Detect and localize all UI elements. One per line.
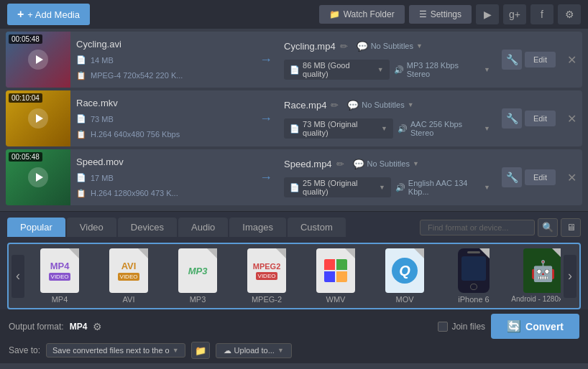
edit-button[interactable]: Edit — [525, 111, 556, 126]
subtitle-button[interactable]: 💬 No Subtitles ▼ — [349, 157, 423, 171]
plus-icon: + — [17, 8, 24, 21]
play-button[interactable] — [28, 108, 48, 129]
file-source-info: Speed.mov 📄 17 MB 📋 H.264 1280x960 473 K… — [70, 149, 254, 205]
subtitle-button[interactable]: 💬 No Subtitles ▼ — [352, 39, 427, 53]
upload-icon: ☁ — [224, 346, 231, 355]
join-files-label[interactable]: Join files — [438, 322, 485, 332]
more-button[interactable]: ⚙ — [558, 4, 581, 24]
format-item-mpeg2[interactable]: MPEG2 VIDEO MPEG-2 — [234, 248, 299, 304]
upload-button[interactable]: ☁ Upload to... ▼ — [216, 343, 292, 358]
wmv-icon — [313, 248, 358, 293]
audio-label: MP3 128 Kbps Stereo — [407, 61, 481, 78]
output-quality: 📄 73 MB (Original quality) ▼ — [284, 118, 393, 139]
file-doc-icon: 📄 — [76, 114, 86, 123]
wrench-button[interactable]: 🔧 — [502, 167, 522, 187]
file-duration: 00:05:48 — [9, 34, 42, 44]
format-items: mp4 VIDEO MP4 AVI VIDEO AVI — [27, 248, 561, 304]
screen-button[interactable]: 🖥 — [561, 218, 581, 237]
tab-audio[interactable]: Audio — [178, 218, 228, 237]
format-item-iphone6[interactable]: iPhone 6 — [441, 248, 506, 304]
search-button[interactable]: 🔍 — [538, 218, 558, 237]
tab-popular[interactable]: Popular — [7, 218, 65, 237]
edit-output-name-icon[interactable]: ✏ — [331, 100, 339, 111]
format-item-mp4[interactable]: mp4 VIDEO MP4 — [27, 248, 92, 304]
format-search-input[interactable] — [420, 220, 535, 235]
wrench-button[interactable]: 🔧 — [502, 50, 522, 70]
edit-button[interactable]: Edit — [525, 52, 556, 67]
youtube-button[interactable]: ▶ — [476, 4, 499, 24]
output-name: Cycling.mp4 — [284, 41, 336, 52]
file-name: Race.mkv — [76, 98, 118, 108]
file-list: 00:05:48 Cycling.avi 📄 14 MB 📋 MPEG-4 72… — [0, 29, 588, 211]
format-item-mp3[interactable]: mp3 MP3 — [165, 248, 230, 304]
subtitle-caret: ▼ — [413, 160, 419, 167]
audio-label: English AAC 134 Kbp... — [408, 179, 481, 196]
edit-button[interactable]: Edit — [525, 169, 556, 185]
format-label-android: Android - 1280x720 — [511, 295, 561, 303]
format-next-button[interactable]: › — [564, 255, 576, 298]
remove-file-button[interactable]: ✕ — [561, 32, 582, 88]
quicktime-q-icon: Q — [392, 258, 418, 284]
output-quality: 📄 86 MB (Good quality) ▼ — [284, 60, 390, 80]
facebook-button[interactable]: f — [530, 4, 553, 24]
file-thumbnail: 00:05:48 — [6, 149, 70, 205]
format-item-wmv[interactable]: WMV — [303, 248, 368, 304]
tab-devices[interactable]: Devices — [118, 218, 177, 237]
facebook-icon: f — [541, 9, 543, 20]
watch-folder-icon: 📁 — [329, 9, 340, 19]
subtitle-label: No Subtitles — [367, 159, 410, 168]
bottom-row-saveto: Save to: Save converted files next to th… — [9, 342, 579, 359]
wrench-button[interactable]: 🔧 — [502, 108, 522, 129]
format-tabs: Popular Video Devices Audio Images Custo… — [7, 218, 581, 237]
format-item-android[interactable]: 🤖 Android - 1280x720 — [510, 248, 561, 304]
tab-video[interactable]: Video — [67, 218, 116, 237]
format-item-mov[interactable]: Q MOV — [372, 248, 437, 304]
tab-custom[interactable]: Custom — [288, 218, 346, 237]
file-source-info: Cycling.avi 📄 14 MB 📋 MPEG-4 720x542 220… — [70, 32, 254, 88]
quality-caret: ▼ — [377, 66, 384, 73]
googleplus-button[interactable]: g+ — [503, 4, 526, 24]
save-to-label: Save to: — [9, 345, 40, 355]
googleplus-icon: g+ — [509, 9, 520, 20]
save-to-dropdown[interactable]: Save converted files next to the o ▼ — [46, 343, 185, 358]
table-row: 00:10:04 Race.mkv 📄 73 MB 📋 H.264 640x48… — [6, 90, 582, 146]
iphone-speaker — [467, 251, 480, 253]
more-icon: ⚙ — [565, 9, 574, 20]
format-settings-button[interactable]: ⚙ — [93, 321, 102, 332]
tab-images[interactable]: Images — [229, 218, 286, 237]
audio-caret: ▼ — [484, 66, 490, 73]
format-prev-button[interactable]: ‹ — [12, 255, 24, 298]
file-name: Speed.mov — [76, 157, 124, 167]
format-label-mpeg2: MPEG-2 — [252, 295, 282, 304]
iphone-home-button — [470, 284, 477, 290]
file-codec: MPEG-4 720x542 220 K... — [91, 71, 183, 80]
screen-icon: 🖥 — [566, 222, 576, 233]
convert-button[interactable]: 🔄 Convert — [491, 314, 579, 339]
remove-file-button[interactable]: ✕ — [561, 149, 582, 205]
settings-button[interactable]: ☰ Settings — [409, 5, 472, 24]
android-icon: 🤖 — [520, 248, 561, 293]
join-files-checkbox[interactable] — [438, 322, 448, 332]
edit-output-name-icon[interactable]: ✏ — [340, 41, 348, 52]
audio-icon: 🔊 — [394, 65, 404, 75]
mp4-icon: mp4 VIDEO — [37, 248, 82, 293]
remove-file-button[interactable]: ✕ — [561, 90, 582, 146]
add-media-button[interactable]: + + Add Media — [7, 4, 90, 25]
subtitle-icon: 💬 — [347, 100, 359, 111]
folder-icon: 📁 — [195, 345, 206, 356]
audio-info: 🔊 English AAC 134 Kbp... ▼ — [395, 179, 490, 196]
quality-caret: ▼ — [379, 184, 385, 191]
file-duration: 00:05:48 — [9, 152, 42, 162]
play-button[interactable] — [28, 167, 48, 187]
play-button[interactable] — [28, 50, 48, 70]
edit-output-name-icon[interactable]: ✏ — [336, 159, 344, 169]
audio-info: 🔊 MP3 128 Kbps Stereo ▼ — [394, 61, 490, 78]
file-actions: 🔧 Edit — [496, 90, 561, 146]
subtitle-button[interactable]: 💬 No Subtitles ▼ — [343, 98, 418, 112]
quality-doc-icon: 📄 — [290, 65, 300, 75]
arrow-icon: → — [254, 32, 278, 88]
format-item-avi[interactable]: AVI VIDEO AVI — [96, 248, 161, 304]
watch-folder-button[interactable]: 📁 Watch Folder — [319, 5, 405, 24]
browse-folder-button[interactable]: 📁 — [191, 342, 210, 359]
bottom-bar: Output format: MP4 ⚙ Join files 🔄 Conver… — [0, 309, 588, 363]
